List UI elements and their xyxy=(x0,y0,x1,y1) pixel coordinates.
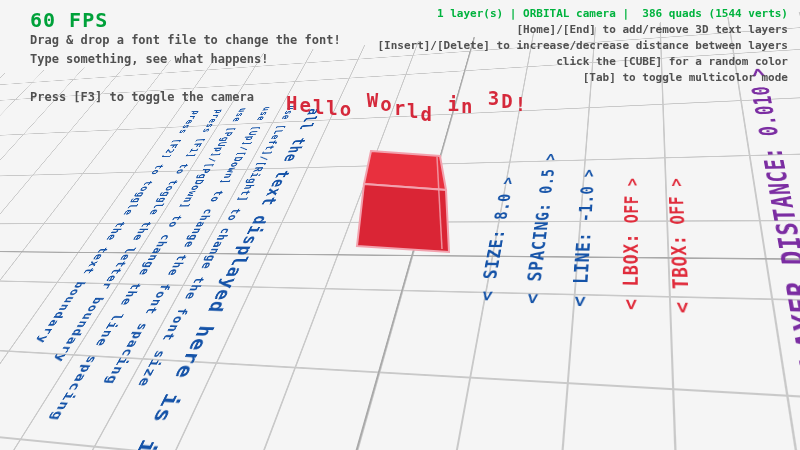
hud-left-instructions: Drag & drop a font file to change the fo… xyxy=(30,31,341,107)
cube-front-face[interactable] xyxy=(357,184,449,252)
hint-cube-color: click the [CUBE] for a random color xyxy=(377,54,788,70)
hint-drag-drop: Drag & drop a font file to change the fo… xyxy=(30,31,341,50)
fps-counter: 60 FPS xyxy=(30,8,108,32)
hud-right-panel: 1 layer(s) | ORBITAL camera | 386 quads … xyxy=(377,6,788,86)
status-line: 1 layer(s) | ORBITAL camera | 386 quads … xyxy=(377,6,788,22)
hint-toggle-camera: Press [F3] to toggle the camera xyxy=(30,88,341,107)
hint-layer-distance: [Insert]/[Delete] to increase/decrease d… xyxy=(377,38,788,54)
hint-add-remove-layers: [Home]/[End] to add/remove 3D text layer… xyxy=(377,22,788,38)
text3d-demo-window: press [F2] to toggle the text boundary p… xyxy=(0,0,800,450)
hint-spacer xyxy=(30,69,341,88)
hint-multicolor-mode: [Tab] to toggle multicolor mode xyxy=(377,70,788,86)
hint-type-something: Type something, see what happens! xyxy=(30,50,341,69)
